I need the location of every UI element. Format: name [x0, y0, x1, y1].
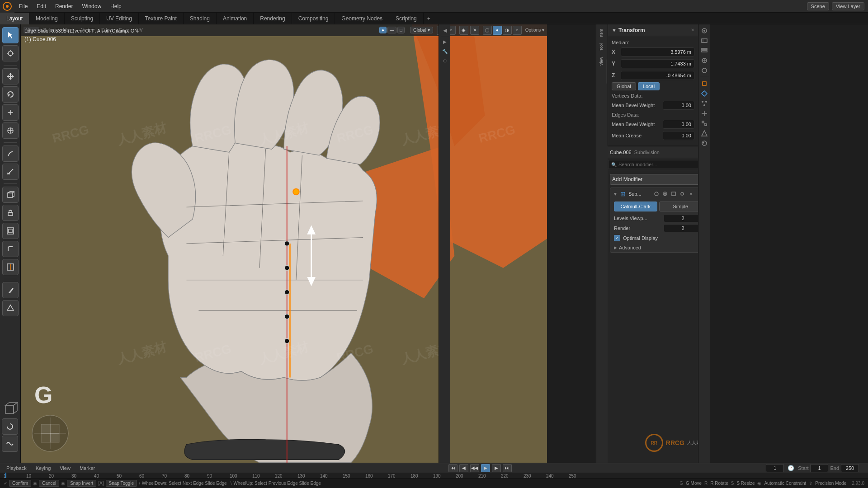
tab-geometry-nodes[interactable]: Geometry Nodes — [335, 13, 389, 24]
prop-misc-icon[interactable]: ⊙ — [441, 56, 449, 65]
add-modifier-button[interactable]: Add Modifier ▾ — [610, 174, 706, 185]
prop-world-icon[interactable] — [700, 66, 709, 75]
tab-uv-editing[interactable]: UV Editing — [100, 13, 139, 24]
catmull-clark-btn[interactable]: Catmull-Clark — [614, 202, 657, 211]
playback-menu[interactable]: Playback — [4, 465, 29, 471]
add-workspace-tab[interactable]: + — [424, 14, 434, 23]
mean-crease-value[interactable]: 0.00 — [663, 131, 694, 140]
tool-extrude[interactable] — [2, 205, 19, 221]
tab-rendering[interactable]: Rendering — [254, 13, 292, 24]
keying-menu[interactable]: Keying — [33, 465, 54, 471]
tool-smooth[interactable] — [2, 436, 18, 453]
levels-viewport-value[interactable]: 2 — [664, 214, 702, 222]
prop-render-icon[interactable] — [700, 26, 709, 35]
tab-tool[interactable]: Tool — [598, 41, 604, 54]
end-frame-input[interactable]: 250 — [841, 464, 859, 472]
mod-down-btn[interactable]: ▾ — [687, 190, 694, 197]
menu-help[interactable]: Help — [106, 1, 126, 11]
tool-measure[interactable] — [2, 164, 19, 180]
prop-physics-icon[interactable] — [700, 109, 709, 118]
advanced-section[interactable]: ▶ Advanced — [610, 243, 706, 252]
tool-knife[interactable] — [2, 282, 19, 298]
z-value[interactable]: -0.48654 m — [621, 71, 694, 80]
mod-expand-icon[interactable]: ▼ — [613, 192, 618, 197]
tool-add-cube[interactable] — [2, 187, 19, 203]
tool-move[interactable] — [2, 68, 19, 84]
play-btn[interactable]: ▶ — [481, 464, 490, 472]
prop-material-icon[interactable] — [700, 139, 709, 148]
menu-edit[interactable]: Edit — [32, 1, 51, 11]
tool-select[interactable] — [2, 27, 19, 43]
vertices-mean-bevel-value[interactable]: 0.00 — [663, 101, 694, 110]
reverse-play-btn[interactable]: ◀◀ — [470, 464, 479, 472]
tool-transform[interactable] — [2, 122, 19, 139]
prop-scene-icon[interactable] — [700, 56, 709, 65]
tool-inset[interactable] — [2, 223, 19, 239]
tab-shading[interactable]: Shading — [184, 13, 217, 24]
viewport[interactable]: RRCG人人素材 RRCG人人素材 RRCG人人素材 RRCG人人素材 RRCG… — [21, 24, 547, 463]
modifier-search-input[interactable] — [618, 162, 705, 167]
jump-start-btn[interactable]: ⏮ — [448, 464, 458, 472]
tool-rotate[interactable] — [2, 86, 19, 103]
tab-scripting[interactable]: Scripting — [389, 13, 424, 24]
tool-cursor[interactable] — [2, 45, 19, 61]
tab-view[interactable]: View — [598, 54, 604, 68]
global-btn[interactable]: Global — [612, 82, 636, 90]
x-value[interactable]: 3.5976 m — [621, 47, 694, 56]
transform-panel-collapse[interactable]: ▼ — [612, 28, 617, 33]
snap-invert-button[interactable]: Snap Invert — [67, 480, 96, 487]
mod-cage-btn[interactable] — [679, 190, 686, 197]
prop-output-icon[interactable] — [700, 36, 709, 45]
menu-file[interactable]: File — [14, 1, 32, 11]
edges-mean-bevel-value[interactable]: 0.00 — [663, 120, 694, 129]
scene-selector[interactable]: Scene — [807, 2, 829, 10]
tool-loop-cut[interactable] — [2, 259, 19, 275]
mod-editmode-btn[interactable] — [670, 190, 677, 197]
tool-spin[interactable] — [2, 418, 18, 436]
local-btn[interactable]: Local — [638, 82, 660, 90]
tool-scale[interactable] — [2, 104, 19, 121]
menu-window[interactable]: Window — [77, 1, 106, 11]
tool-bevel[interactable] — [2, 241, 19, 257]
next-keyframe-btn[interactable]: ▶ — [492, 464, 501, 472]
prop-modifier-icon[interactable] — [700, 89, 709, 98]
tab-layout[interactable]: Layout — [0, 13, 29, 24]
tab-modeling[interactable]: Modeling — [29, 13, 65, 24]
mod-render-btn[interactable] — [661, 190, 669, 197]
render-value[interactable]: 2 — [664, 224, 702, 232]
prop-animate-icon[interactable]: ▶ — [441, 38, 449, 46]
view-menu[interactable]: View — [57, 465, 73, 471]
snap-toggle-button[interactable]: Snap Toggle — [106, 480, 137, 487]
prop-data-icon[interactable] — [700, 129, 709, 138]
blender-logo[interactable] — [0, 0, 14, 13]
cancel-button[interactable]: Cancel — [39, 480, 59, 487]
tool-poly-build[interactable] — [2, 300, 19, 316]
optimal-display-checkbox[interactable]: ✓ — [614, 235, 620, 241]
mod-realtime-btn[interactable] — [653, 190, 660, 197]
tab-animation[interactable]: Animation — [217, 13, 254, 24]
mod-name[interactable]: Sub... — [628, 191, 651, 197]
prop-constraints-icon[interactable] — [700, 119, 709, 128]
marker-menu[interactable]: Marker — [77, 465, 98, 471]
menu-render[interactable]: Render — [51, 1, 77, 11]
prop-particles-icon[interactable] — [700, 99, 709, 108]
resize-hint: S Resize — [736, 481, 755, 486]
tool-annotate[interactable] — [2, 145, 19, 162]
tab-compositing[interactable]: Compositing — [292, 13, 335, 24]
y-value[interactable]: 1.7433 m — [621, 59, 694, 68]
prop-tool-icon[interactable]: 🔧 — [441, 47, 449, 55]
prev-keyframe-btn[interactable]: ◀ — [459, 464, 468, 472]
start-frame-input[interactable]: 1 — [810, 464, 828, 472]
tab-sculpting[interactable]: Sculpting — [65, 13, 100, 24]
view-layer-selector[interactable]: View Layer — [832, 2, 864, 10]
transform-panel-close[interactable]: ✕ — [691, 28, 694, 33]
current-frame-input[interactable]: 1 — [766, 464, 784, 472]
tab-item[interactable]: Item — [598, 26, 604, 40]
confirm-button[interactable]: Confirm — [9, 480, 31, 487]
jump-end-btn[interactable]: ⏭ — [503, 464, 512, 472]
navigation-gizmo[interactable] — [30, 413, 71, 454]
prop-object-icon[interactable] — [700, 79, 709, 88]
prop-view-layer-icon[interactable] — [700, 46, 709, 55]
tab-texture-paint[interactable]: Texture Paint — [139, 13, 184, 24]
simple-btn[interactable]: Simple — [659, 202, 703, 211]
